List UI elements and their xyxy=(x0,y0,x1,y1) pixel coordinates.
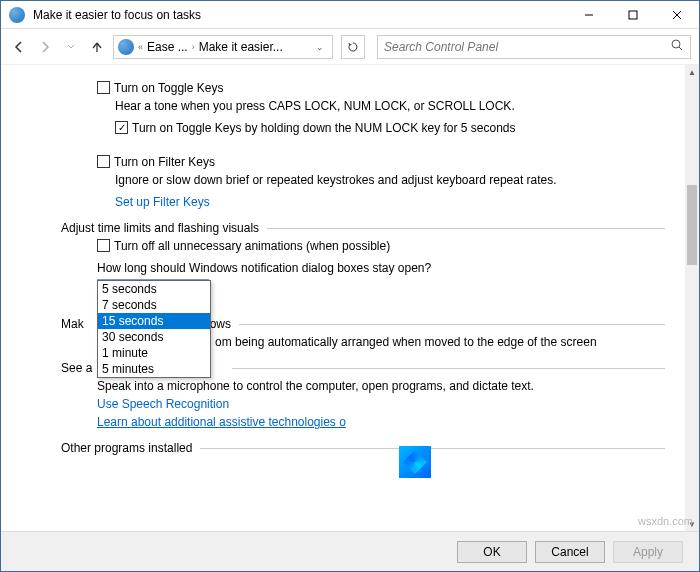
scroll-up-button[interactable]: ▲ xyxy=(685,65,699,79)
vertical-scrollbar[interactable]: ▲ ▼ xyxy=(685,65,699,531)
control-panel-icon xyxy=(118,39,134,55)
notification-duration-label: How long should Windows notification dia… xyxy=(97,261,431,275)
dropdown-option[interactable]: 30 seconds xyxy=(98,329,210,345)
search-icon[interactable] xyxy=(670,38,684,55)
dropdown-option[interactable]: 15 seconds xyxy=(98,313,210,329)
breadcrumb-segment[interactable]: Ease ... xyxy=(147,40,188,54)
notification-duration-dropdown[interactable]: 5 seconds 7 seconds 15 seconds 30 second… xyxy=(97,280,211,378)
windows-logo-icon xyxy=(399,446,431,478)
title-bar: Make it easier to focus on tasks xyxy=(1,1,699,29)
dropdown-option[interactable]: 5 seconds xyxy=(98,281,210,297)
turn-off-animations-checkbox[interactable] xyxy=(97,239,110,252)
minimize-button[interactable] xyxy=(567,1,611,29)
svg-point-4 xyxy=(672,40,680,48)
up-button[interactable] xyxy=(87,37,107,57)
filter-keys-label: Turn on Filter Keys xyxy=(114,155,215,169)
assistive-tech-link[interactable]: Learn about additional assistive technol… xyxy=(97,415,346,429)
chevron-right-icon: › xyxy=(190,42,197,52)
cancel-button[interactable]: Cancel xyxy=(535,541,605,563)
speech-recognition-link[interactable]: Use Speech Recognition xyxy=(97,397,229,411)
breadcrumb-dropdown-icon[interactable]: ⌄ xyxy=(312,42,328,52)
forward-button[interactable] xyxy=(35,37,55,57)
dropdown-option[interactable]: 1 minute xyxy=(98,345,210,361)
watermark: wsxdn.com xyxy=(638,515,693,527)
dropdown-option[interactable]: 5 minutes xyxy=(98,361,210,377)
turn-off-animations-label: Turn off all unnecessary animations (whe… xyxy=(114,239,390,253)
ok-button[interactable]: OK xyxy=(457,541,527,563)
search-box[interactable] xyxy=(377,35,691,59)
toggle-keys-description: Hear a tone when you press CAPS LOCK, NU… xyxy=(115,99,665,113)
filter-keys-checkbox[interactable] xyxy=(97,155,110,168)
close-button[interactable] xyxy=(655,1,699,29)
search-input[interactable] xyxy=(384,40,670,54)
breadcrumb-segment[interactable]: Make it easier... xyxy=(199,40,283,54)
window-title: Make it easier to focus on tasks xyxy=(33,8,201,22)
toggle-keys-label: Turn on Toggle Keys xyxy=(114,81,223,95)
back-button[interactable] xyxy=(9,37,29,57)
prevent-arrange-text: om being automatically arranged when mov… xyxy=(215,335,597,349)
recent-button[interactable] xyxy=(61,37,81,57)
maximize-button[interactable] xyxy=(611,1,655,29)
apply-button[interactable]: Apply xyxy=(613,541,683,563)
other-programs-header: Other programs installed xyxy=(61,441,665,455)
dropdown-option[interactable]: 7 seconds xyxy=(98,297,210,313)
scroll-thumb[interactable] xyxy=(687,185,697,265)
toggle-keys-checkbox[interactable] xyxy=(97,81,110,94)
setup-filter-keys-link[interactable]: Set up Filter Keys xyxy=(115,195,210,209)
toggle-keys-numlock-checkbox[interactable]: ✓ xyxy=(115,121,128,134)
breadcrumb-prefix-icon: « xyxy=(136,42,145,52)
app-icon xyxy=(9,7,25,23)
nav-bar: « Ease ... › Make it easier... ⌄ xyxy=(1,29,699,65)
filter-keys-description: Ignore or slow down brief or repeated ke… xyxy=(115,173,665,187)
breadcrumb[interactable]: « Ease ... › Make it easier... ⌄ xyxy=(113,35,333,59)
speak-description: Speak into a microphone to control the c… xyxy=(97,379,534,393)
time-limits-header: Adjust time limits and flashing visuals xyxy=(61,221,665,235)
footer: OK Cancel Apply xyxy=(1,531,699,571)
svg-line-5 xyxy=(679,47,682,50)
refresh-button[interactable] xyxy=(341,35,365,59)
toggle-keys-numlock-label: Turn on Toggle Keys by holding down the … xyxy=(132,121,516,135)
svg-rect-1 xyxy=(629,11,637,19)
